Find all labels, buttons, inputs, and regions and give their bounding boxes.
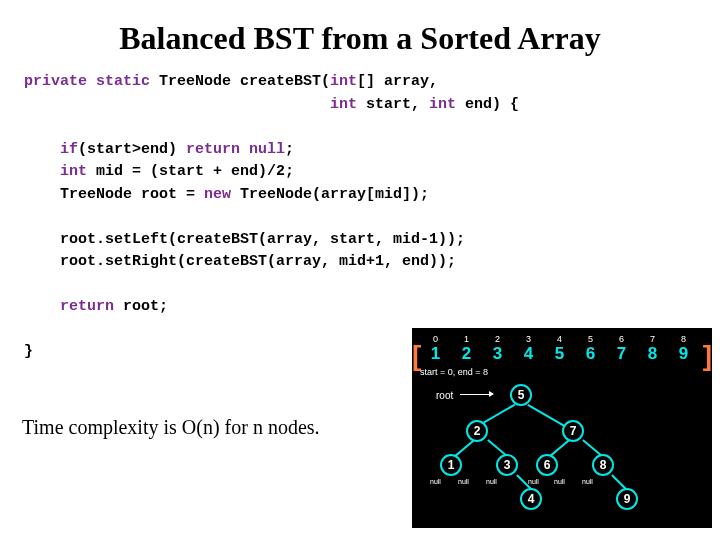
null-label: null xyxy=(486,478,497,485)
code-keyword: int xyxy=(429,96,456,113)
bracket-icon: [ xyxy=(412,340,421,372)
code-keyword: private static xyxy=(24,73,150,90)
code-text: TreeNode(array[mid]); xyxy=(231,186,429,203)
code-keyword: int xyxy=(330,96,357,113)
value-cell: 7 xyxy=(606,344,637,364)
value-cell: 4 xyxy=(513,344,544,364)
code-keyword: int xyxy=(330,73,357,90)
index-cell: 7 xyxy=(637,334,668,344)
arrow-icon xyxy=(460,394,490,395)
code-text: end) { xyxy=(456,96,519,113)
tree-node: 4 xyxy=(520,488,542,510)
value-cell: 9 xyxy=(668,344,699,364)
code-text: root; xyxy=(114,298,168,315)
code-text: (start>end) xyxy=(78,141,186,158)
value-cell: 5 xyxy=(544,344,575,364)
code-text: TreeNode createBST( xyxy=(150,73,330,90)
code-text: } xyxy=(24,343,33,360)
value-cell: 1 xyxy=(420,344,451,364)
null-label: null xyxy=(582,478,593,485)
code-text: root.setLeft(createBST(array, start, mid… xyxy=(60,231,465,248)
value-cell: 8 xyxy=(637,344,668,364)
tree-node: 8 xyxy=(592,454,614,476)
complexity-note: Time complexity is O(n) for n nodes. xyxy=(22,416,320,439)
root-label: root xyxy=(436,390,453,401)
code-text: [] array, xyxy=(357,73,438,90)
code-keyword: return xyxy=(60,298,114,315)
value-cell: 3 xyxy=(482,344,513,364)
code-keyword: int xyxy=(60,163,87,180)
index-cell: 8 xyxy=(668,334,699,344)
code-text: start, xyxy=(357,96,429,113)
index-cell: 1 xyxy=(451,334,482,344)
value-cell: 6 xyxy=(575,344,606,364)
index-row: 0 1 2 3 4 5 6 7 8 xyxy=(420,334,704,344)
diagram-caption: start = 0, end = 8 xyxy=(420,367,704,377)
null-label: null xyxy=(554,478,565,485)
index-cell: 2 xyxy=(482,334,513,344)
tree-node: 3 xyxy=(496,454,518,476)
code-text: mid = (start + end)/2; xyxy=(87,163,294,180)
tree-visual: root 5 2 7 1 3 6 8 4 9 null null null nu… xyxy=(420,384,704,514)
index-cell: 0 xyxy=(420,334,451,344)
array-display: 0 1 2 3 4 5 6 7 8 [ 1 2 3 4 5 6 7 8 9 ] … xyxy=(420,334,704,380)
index-cell: 3 xyxy=(513,334,544,344)
code-text: ; xyxy=(285,141,294,158)
tree-node: 1 xyxy=(440,454,462,476)
code-block: private static TreeNode createBST(int[] … xyxy=(0,67,720,364)
value-row: [ 1 2 3 4 5 6 7 8 9 ] xyxy=(420,344,704,364)
tree-node: 5 xyxy=(510,384,532,406)
null-label: null xyxy=(458,478,469,485)
code-keyword: return null xyxy=(186,141,285,158)
tree-node: 6 xyxy=(536,454,558,476)
code-keyword: new xyxy=(204,186,231,203)
code-keyword: if xyxy=(60,141,78,158)
tree-node: 2 xyxy=(466,420,488,442)
slide-title: Balanced BST from a Sorted Array xyxy=(0,0,720,67)
null-label: null xyxy=(528,478,539,485)
bst-diagram: 0 1 2 3 4 5 6 7 8 [ 1 2 3 4 5 6 7 8 9 ] … xyxy=(412,328,712,528)
index-cell: 6 xyxy=(606,334,637,344)
bracket-icon: ] xyxy=(703,340,712,372)
code-text: TreeNode root = xyxy=(60,186,204,203)
index-cell: 4 xyxy=(544,334,575,344)
tree-node: 9 xyxy=(616,488,638,510)
null-label: null xyxy=(430,478,441,485)
code-text: root.setRight(createBST(array, mid+1, en… xyxy=(60,253,456,270)
value-cell: 2 xyxy=(451,344,482,364)
tree-node: 7 xyxy=(562,420,584,442)
index-cell: 5 xyxy=(575,334,606,344)
